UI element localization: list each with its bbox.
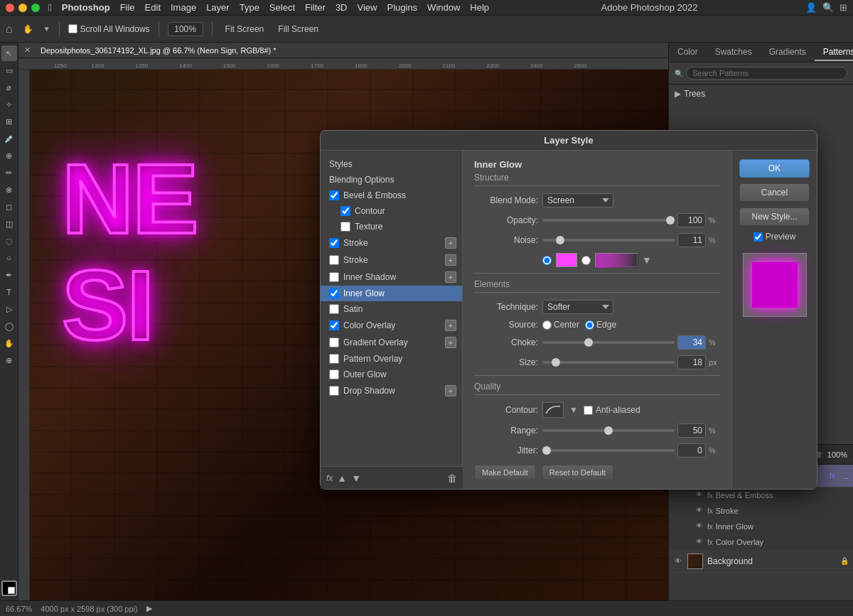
tab-patterns[interactable]: Patterns	[815, 44, 853, 61]
layer-options-icon-neon[interactable]: ...	[842, 472, 849, 480]
inner-shadow-add-button[interactable]: +	[445, 271, 456, 283]
tab-swatches[interactable]: Swatches	[707, 44, 761, 61]
jitter-slider[interactable]	[542, 449, 675, 452]
fx-move-up-icon[interactable]: ▲	[337, 472, 347, 484]
range-slider[interactable]	[542, 429, 675, 432]
pen-tool[interactable]: ✒	[1, 267, 17, 283]
eyedropper-tool[interactable]: 💉	[1, 131, 17, 146]
dlg-inner-glow-item[interactable]: Inner Glow	[321, 286, 462, 301]
layer-eye-bg[interactable]: 👁	[673, 556, 683, 566]
source-edge-label[interactable]: Edge	[585, 320, 616, 330]
marquee-tool[interactable]: ▭	[1, 63, 17, 78]
noise-number[interactable]	[677, 233, 706, 247]
dlg-pattern-overlay-item[interactable]: Pattern Overlay	[321, 351, 462, 367]
clone-tool[interactable]: ⊗	[1, 182, 17, 198]
inner-glow-check[interactable]	[329, 288, 339, 298]
maximize-button[interactable]	[31, 4, 40, 12]
tab-color[interactable]: Color	[669, 44, 707, 61]
dlg-inner-shadow-item[interactable]: Inner Shadow +	[321, 269, 462, 286]
effect-eye-stroke[interactable]: 👁	[696, 507, 704, 515]
reset-to-default-button[interactable]: Reset to Default	[542, 465, 613, 480]
anti-alias-check[interactable]	[584, 406, 593, 415]
crop-tool[interactable]: ⊞	[1, 114, 17, 129]
contour-preview[interactable]	[542, 402, 564, 418]
menu-type[interactable]: Type	[240, 2, 259, 13]
dlg-styles-item[interactable]: Styles	[321, 156, 462, 172]
ok-button[interactable]: OK	[739, 159, 810, 178]
dlg-texture-item[interactable]: Texture	[321, 219, 462, 234]
choke-slider[interactable]	[542, 341, 675, 344]
dlg-contour-item[interactable]: Contour	[321, 203, 462, 219]
gradient-arrow[interactable]: ▼	[642, 254, 652, 266]
color-swatch-solid[interactable]	[556, 253, 577, 267]
lasso-tool[interactable]: ⌀	[1, 80, 17, 95]
magic-wand-tool[interactable]: ✧	[1, 97, 17, 112]
fx-delete-icon[interactable]: 🗑	[447, 472, 457, 484]
close-button[interactable]	[6, 4, 14, 12]
color-swatch-gradient[interactable]	[595, 253, 638, 267]
hand-tool-l[interactable]: ✋	[1, 335, 17, 351]
zoom-input[interactable]	[168, 22, 203, 36]
menu-filter[interactable]: Filter	[305, 2, 326, 13]
opacity-number[interactable]	[677, 213, 706, 227]
menu-photoshop[interactable]: Photoshop	[62, 2, 110, 13]
fit-screen-button[interactable]: Fit Screen	[221, 22, 269, 36]
foreground-color[interactable]	[1, 580, 17, 596]
blend-mode-select[interactable]: Screen	[542, 193, 613, 207]
tab-gradients[interactable]: Gradients	[761, 44, 815, 61]
home-icon[interactable]: ⌂	[6, 23, 13, 36]
menu-edit[interactable]: Edit	[145, 2, 161, 13]
effect-row-bevel[interactable]: 👁 fx Bevel & Emboss	[692, 487, 853, 503]
menu-select[interactable]: Select	[269, 2, 295, 13]
drop-shadow-check[interactable]	[329, 386, 339, 396]
contour-check[interactable]	[340, 206, 350, 216]
move-tool[interactable]: ↖	[1, 45, 17, 61]
eraser-tool[interactable]: ◻	[1, 199, 17, 215]
bevel-check[interactable]	[329, 190, 339, 200]
source-center-label[interactable]: Center	[542, 320, 579, 330]
stroke2-add-button[interactable]: +	[445, 254, 456, 266]
menu-file[interactable]: File	[120, 2, 135, 13]
gradient-overlay-add-button[interactable]: +	[445, 337, 456, 348]
solid-color-radio[interactable]	[542, 256, 552, 265]
effect-row-stroke[interactable]: 👁 fx Stroke	[692, 503, 853, 519]
gradient-color-radio[interactable]	[581, 256, 591, 265]
noise-slider[interactable]	[542, 239, 675, 242]
dlg-outer-glow-item[interactable]: Outer Glow	[321, 367, 462, 382]
texture-check[interactable]	[340, 222, 350, 232]
dlg-drop-shadow-item[interactable]: Drop Shadow +	[321, 382, 462, 399]
menu-help[interactable]: Help	[470, 2, 489, 13]
dlg-blending-item[interactable]: Blending Options	[321, 172, 462, 188]
dlg-stroke-item[interactable]: Stroke +	[321, 234, 462, 252]
dlg-stroke2-item[interactable]: Stroke +	[321, 252, 462, 269]
effect-eye-inner-glow[interactable]: 👁	[696, 522, 704, 531]
blur-tool[interactable]: ◌	[1, 233, 17, 249]
gradient-tool[interactable]: ◫	[1, 216, 17, 232]
color-overlay-check[interactable]	[329, 320, 339, 330]
pattern-overlay-check[interactable]	[329, 354, 339, 364]
apple-menu[interactable]: 	[48, 2, 52, 13]
menu-image[interactable]: Image	[171, 2, 196, 13]
minimize-button[interactable]	[18, 4, 27, 12]
size-number[interactable]	[677, 355, 706, 369]
user-icon[interactable]: 👤	[805, 2, 817, 13]
color-overlay-add-button[interactable]: +	[445, 320, 456, 331]
cancel-button[interactable]: Cancel	[739, 183, 810, 202]
size-slider[interactable]	[542, 361, 675, 364]
inner-shadow-check[interactable]	[329, 272, 339, 282]
scroll-windows-check[interactable]	[68, 24, 77, 33]
satin-check[interactable]	[329, 304, 339, 314]
choke-number[interactable]	[677, 335, 706, 350]
tree-item-trees[interactable]: ▶ Trees	[672, 87, 850, 100]
menu-plugins[interactable]: Plugins	[387, 2, 417, 13]
shape-tool[interactable]: ◯	[1, 318, 17, 334]
jitter-number[interactable]	[677, 443, 706, 458]
dodge-tool[interactable]: ○	[1, 250, 17, 266]
menu-3d[interactable]: 3D	[336, 2, 348, 13]
new-style-button[interactable]: New Style...	[739, 207, 810, 226]
discovery-icon[interactable]: ⊞	[839, 2, 847, 13]
canvas-tab[interactable]: Depositphotos_306174192_XL.jpg @ 66.7% (…	[35, 46, 282, 55]
dlg-satin-item[interactable]: Satin	[321, 301, 462, 317]
outer-glow-check[interactable]	[329, 369, 339, 379]
dlg-gradient-overlay-item[interactable]: Gradient Overlay +	[321, 334, 462, 351]
